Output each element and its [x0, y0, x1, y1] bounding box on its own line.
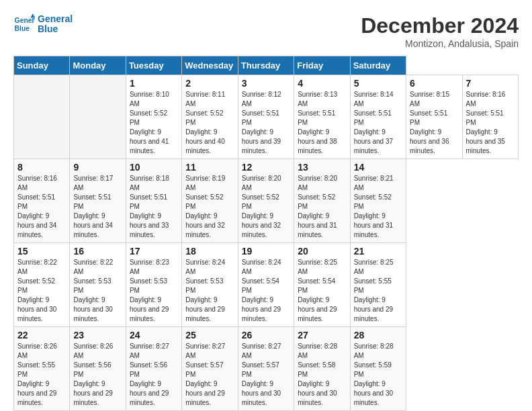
- month-title: December 2024: [361, 13, 519, 38]
- day-info: Sunrise: 8:15 AM Sunset: 5:51 PM Dayligh…: [410, 90, 458, 156]
- logo-general-text: General: [38, 14, 73, 24]
- day-info: Sunrise: 8:25 AM Sunset: 5:54 PM Dayligh…: [298, 258, 346, 324]
- empty-cell: [14, 75, 70, 159]
- day-number: 5: [354, 78, 402, 89]
- week-row-4: 22 Sunrise: 8:26 AM Sunset: 5:55 PM Dayl…: [14, 327, 519, 411]
- day-info: Sunrise: 8:21 AM Sunset: 5:52 PM Dayligh…: [354, 174, 402, 240]
- day-info: Sunrise: 8:16 AM Sunset: 5:51 PM Dayligh…: [17, 174, 66, 240]
- day-cell-7: 7 Sunrise: 8:16 AM Sunset: 5:51 PM Dayli…: [462, 75, 519, 159]
- day-info: Sunrise: 8:26 AM Sunset: 5:56 PM Dayligh…: [73, 342, 122, 408]
- day-number: 8: [17, 162, 66, 173]
- day-number: 15: [17, 246, 66, 257]
- day-number: 17: [130, 246, 178, 257]
- week-row-2: 8 Sunrise: 8:16 AM Sunset: 5:51 PM Dayli…: [14, 159, 519, 243]
- logo-blue-text: Blue: [38, 24, 73, 34]
- day-info: Sunrise: 8:22 AM Sunset: 5:52 PM Dayligh…: [17, 258, 66, 324]
- day-number: 28: [354, 330, 402, 340]
- weekday-header-thursday: Thursday: [238, 56, 294, 75]
- day-number: 3: [242, 78, 290, 89]
- day-number: 18: [185, 246, 234, 257]
- day-info: Sunrise: 8:14 AM Sunset: 5:51 PM Dayligh…: [354, 90, 402, 156]
- day-info: Sunrise: 8:27 AM Sunset: 5:57 PM Dayligh…: [185, 342, 234, 408]
- day-cell-25: 25 Sunrise: 8:27 AM Sunset: 5:57 PM Dayl…: [182, 327, 238, 411]
- day-info: Sunrise: 8:16 AM Sunset: 5:51 PM Dayligh…: [466, 90, 515, 156]
- day-cell-13: 13 Sunrise: 8:20 AM Sunset: 5:52 PM Dayl…: [294, 159, 350, 243]
- week-row-1: 1 Sunrise: 8:10 AM Sunset: 5:52 PM Dayli…: [14, 75, 519, 159]
- day-cell-5: 5 Sunrise: 8:14 AM Sunset: 5:51 PM Dayli…: [350, 75, 406, 159]
- day-number: 13: [298, 162, 346, 173]
- day-number: 2: [185, 78, 234, 89]
- day-number: 12: [242, 162, 290, 173]
- day-number: 22: [17, 330, 66, 340]
- page-header: General Blue General Blue December 2024 …: [13, 13, 519, 49]
- day-cell-21: 21 Sunrise: 8:25 AM Sunset: 5:55 PM Dayl…: [350, 243, 406, 327]
- day-info: Sunrise: 8:11 AM Sunset: 5:52 PM Dayligh…: [185, 90, 234, 156]
- logo: General Blue General Blue: [13, 13, 73, 35]
- day-number: 11: [185, 162, 234, 173]
- day-number: 19: [242, 246, 290, 257]
- day-cell-26: 26 Sunrise: 8:27 AM Sunset: 5:57 PM Dayl…: [238, 327, 294, 411]
- day-info: Sunrise: 8:13 AM Sunset: 5:51 PM Dayligh…: [298, 90, 346, 156]
- day-cell-24: 24 Sunrise: 8:27 AM Sunset: 5:56 PM Dayl…: [126, 327, 181, 411]
- day-cell-23: 23 Sunrise: 8:26 AM Sunset: 5:56 PM Dayl…: [70, 327, 126, 411]
- day-cell-16: 16 Sunrise: 8:22 AM Sunset: 5:53 PM Dayl…: [70, 243, 126, 327]
- day-number: 1: [130, 78, 178, 89]
- day-cell-15: 15 Sunrise: 8:22 AM Sunset: 5:52 PM Dayl…: [14, 243, 70, 327]
- day-number: 26: [242, 330, 290, 340]
- day-cell-11: 11 Sunrise: 8:19 AM Sunset: 5:52 PM Dayl…: [182, 159, 238, 243]
- day-number: 25: [185, 330, 234, 340]
- day-info: Sunrise: 8:27 AM Sunset: 5:56 PM Dayligh…: [130, 342, 178, 408]
- day-number: 14: [354, 162, 402, 173]
- weekday-header-monday: Monday: [70, 56, 126, 75]
- day-cell-12: 12 Sunrise: 8:20 AM Sunset: 5:52 PM Dayl…: [238, 159, 294, 243]
- day-info: Sunrise: 8:19 AM Sunset: 5:52 PM Dayligh…: [185, 174, 234, 240]
- logo-icon: General Blue: [13, 13, 35, 35]
- weekday-header-tuesday: Tuesday: [126, 56, 181, 75]
- week-row-3: 15 Sunrise: 8:22 AM Sunset: 5:52 PM Dayl…: [14, 243, 519, 327]
- day-cell-6: 6 Sunrise: 8:15 AM Sunset: 5:51 PM Dayli…: [406, 75, 462, 159]
- day-cell-17: 17 Sunrise: 8:23 AM Sunset: 5:53 PM Dayl…: [126, 243, 181, 327]
- day-info: Sunrise: 8:28 AM Sunset: 5:58 PM Dayligh…: [298, 342, 346, 408]
- calendar-table: SundayMondayTuesdayWednesdayThursdayFrid…: [13, 56, 519, 411]
- day-cell-27: 27 Sunrise: 8:28 AM Sunset: 5:58 PM Dayl…: [294, 327, 350, 411]
- day-number: 16: [73, 246, 122, 257]
- weekday-header-sunday: Sunday: [14, 56, 70, 75]
- day-number: 4: [298, 78, 346, 89]
- day-cell-3: 3 Sunrise: 8:12 AM Sunset: 5:51 PM Dayli…: [238, 75, 294, 159]
- day-info: Sunrise: 8:20 AM Sunset: 5:52 PM Dayligh…: [242, 174, 290, 240]
- day-cell-19: 19 Sunrise: 8:24 AM Sunset: 5:54 PM Dayl…: [238, 243, 294, 327]
- day-info: Sunrise: 8:25 AM Sunset: 5:55 PM Dayligh…: [354, 258, 402, 324]
- weekday-header-row: SundayMondayTuesdayWednesdayThursdayFrid…: [14, 56, 519, 75]
- day-cell-28: 28 Sunrise: 8:28 AM Sunset: 5:59 PM Dayl…: [350, 327, 406, 411]
- day-cell-8: 8 Sunrise: 8:16 AM Sunset: 5:51 PM Dayli…: [14, 159, 70, 243]
- day-number: 24: [130, 330, 178, 340]
- day-cell-1: 1 Sunrise: 8:10 AM Sunset: 5:52 PM Dayli…: [126, 75, 181, 159]
- day-info: Sunrise: 8:28 AM Sunset: 5:59 PM Dayligh…: [354, 342, 402, 408]
- day-number: 20: [298, 246, 346, 257]
- day-number: 23: [73, 330, 122, 340]
- day-number: 9: [73, 162, 122, 173]
- day-number: 7: [466, 78, 515, 89]
- day-info: Sunrise: 8:10 AM Sunset: 5:52 PM Dayligh…: [130, 90, 178, 156]
- day-cell-22: 22 Sunrise: 8:26 AM Sunset: 5:55 PM Dayl…: [14, 327, 70, 411]
- svg-text:General: General: [15, 17, 35, 24]
- day-number: 6: [410, 78, 458, 89]
- day-cell-4: 4 Sunrise: 8:13 AM Sunset: 5:51 PM Dayli…: [294, 75, 350, 159]
- day-cell-10: 10 Sunrise: 8:18 AM Sunset: 5:51 PM Dayl…: [126, 159, 181, 243]
- day-info: Sunrise: 8:18 AM Sunset: 5:51 PM Dayligh…: [130, 174, 178, 240]
- day-number: 27: [298, 330, 346, 340]
- day-cell-2: 2 Sunrise: 8:11 AM Sunset: 5:52 PM Dayli…: [182, 75, 238, 159]
- day-info: Sunrise: 8:23 AM Sunset: 5:53 PM Dayligh…: [130, 258, 178, 324]
- svg-text:Blue: Blue: [15, 25, 30, 32]
- title-block: December 2024 Montizon, Andalusia, Spain: [361, 13, 519, 49]
- day-cell-20: 20 Sunrise: 8:25 AM Sunset: 5:54 PM Dayl…: [294, 243, 350, 327]
- day-info: Sunrise: 8:20 AM Sunset: 5:52 PM Dayligh…: [298, 174, 346, 240]
- day-info: Sunrise: 8:22 AM Sunset: 5:53 PM Dayligh…: [73, 258, 122, 324]
- day-info: Sunrise: 8:17 AM Sunset: 5:51 PM Dayligh…: [73, 174, 122, 240]
- day-info: Sunrise: 8:26 AM Sunset: 5:55 PM Dayligh…: [17, 342, 66, 408]
- day-cell-14: 14 Sunrise: 8:21 AM Sunset: 5:52 PM Dayl…: [350, 159, 406, 243]
- day-info: Sunrise: 8:24 AM Sunset: 5:53 PM Dayligh…: [185, 258, 234, 324]
- day-number: 21: [354, 246, 402, 257]
- day-cell-9: 9 Sunrise: 8:17 AM Sunset: 5:51 PM Dayli…: [70, 159, 126, 243]
- location: Montizon, Andalusia, Spain: [361, 38, 519, 49]
